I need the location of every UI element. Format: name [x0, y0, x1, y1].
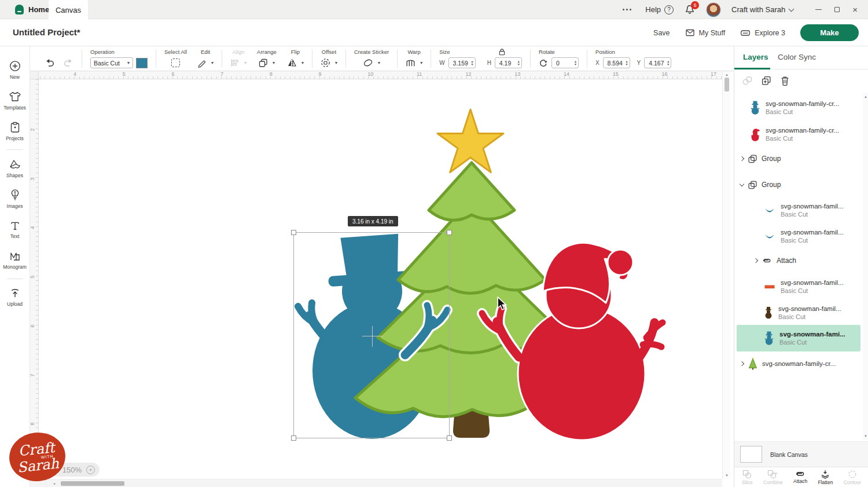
sidebar-item-shapes[interactable]: Shapes — [0, 153, 30, 184]
slice-button[interactable]: Slice — [742, 470, 752, 485]
layer-row[interactable]: svg-snowman-famil...Basic Cut — [734, 223, 862, 250]
select-all-button[interactable] — [171, 58, 180, 67]
sidebar-item-upload[interactable]: Upload — [0, 282, 30, 313]
scroll-down-icon[interactable]: ▼ — [725, 474, 729, 477]
menu-dots-icon[interactable] — [623, 9, 631, 10]
close-button[interactable]: × — [852, 5, 858, 14]
layer-row[interactable]: svg-snowman-famil...Basic Cut — [734, 273, 862, 300]
lightbulb-icon — [10, 189, 20, 201]
operation-select[interactable]: Basic Cut ▾ — [90, 57, 133, 68]
redo-button[interactable] — [63, 57, 73, 67]
resize-handle-top-left[interactable] — [291, 230, 296, 235]
sidebar-divider — [7, 149, 23, 150]
create-sticker-button[interactable] — [363, 58, 373, 68]
scroll-up-icon[interactable]: ▲ — [725, 73, 729, 76]
account-menu[interactable]: Craft with Sarah — [731, 5, 793, 14]
flip-button[interactable] — [287, 58, 297, 67]
notifications-button[interactable]: 6 — [684, 4, 696, 16]
attach-row[interactable]: Attach — [734, 251, 862, 270]
chevron-down-icon[interactable]: ▾ — [378, 60, 380, 65]
weld-icon[interactable] — [742, 76, 752, 86]
project-title[interactable]: Untitled Project* — [13, 27, 80, 37]
chevron-right-icon[interactable] — [753, 258, 758, 263]
align-button[interactable] — [230, 58, 240, 67]
make-button[interactable]: Make — [800, 24, 859, 41]
layer-row[interactable]: svg-snowman-famil...Basic Cut — [734, 299, 862, 326]
tab-color-sync[interactable]: Color Sync — [778, 53, 816, 61]
layer-color-swatch[interactable] — [136, 58, 148, 68]
sidebar-item-images[interactable]: Images — [0, 184, 30, 214]
vertical-scroll-thumb[interactable] — [724, 78, 729, 91]
undo-button[interactable] — [45, 57, 55, 67]
explore-button[interactable]: Explore 3 — [740, 28, 785, 37]
chevron-right-icon[interactable] — [740, 361, 744, 366]
resize-handle-bottom-left[interactable] — [291, 435, 296, 441]
ruler-number: 9 — [319, 71, 322, 77]
left-sidebar: New Templates Projects Shapes Images Tex… — [0, 46, 30, 487]
layer-row-selected[interactable]: svg-snowman-fami...Basic Cut — [737, 325, 860, 351]
sidebar-item-monogram[interactable]: Monogram — [0, 245, 30, 276]
canvas-vertical-scrollbar[interactable]: ▲ ▼ — [722, 71, 730, 479]
group-row[interactable]: svg-snowman-family-cr... — [734, 354, 862, 373]
sidebar-item-templates[interactable]: Templates — [0, 85, 30, 116]
layer-operation: Basic Cut — [781, 287, 844, 294]
sidebar-item-text[interactable]: Text — [0, 214, 30, 245]
horizontal-scroll-thumb[interactable] — [61, 481, 124, 486]
chevron-down-icon[interactable]: ▾ — [420, 60, 422, 65]
canvas-horizontal-scrollbar[interactable]: ◂ — [30, 479, 722, 487]
help-button[interactable]: Help ? — [645, 5, 674, 14]
group-row[interactable]: Group — [734, 175, 862, 194]
chevron-down-icon[interactable]: ▾ — [301, 60, 304, 65]
height-stepper[interactable]: 4.19 ▴▾ — [495, 57, 522, 68]
tab-home-label: Home — [28, 5, 49, 14]
duplicate-icon[interactable] — [762, 76, 771, 86]
chevron-right-icon[interactable] — [740, 156, 744, 161]
sidebar-item-new[interactable]: New — [0, 54, 30, 85]
maximize-button[interactable] — [834, 7, 840, 12]
undo-redo-group — [45, 49, 73, 69]
avatar[interactable] — [706, 2, 721, 17]
resize-handle-top-right[interactable] — [447, 230, 452, 235]
layer-row[interactable]: svg-snowman-famil...Basic Cut — [734, 197, 862, 224]
rotate-stepper[interactable]: 0 ▴▾ — [551, 57, 579, 68]
trash-icon[interactable] — [781, 76, 789, 86]
resize-handle-bottom-right[interactable] — [447, 435, 452, 441]
contour-button[interactable]: Contour — [844, 470, 861, 485]
layer-row[interactable]: svg-snowman-family-cr...Basic Cut — [734, 94, 862, 121]
layer-row[interactable]: svg-snowman-family-cr...Basic Cut — [734, 121, 862, 148]
rotate-icon[interactable] — [539, 58, 548, 68]
ruler-number: 11 — [417, 71, 422, 77]
sidebar-item-projects[interactable]: Projects — [0, 116, 30, 147]
minimize-button[interactable] — [815, 9, 822, 10]
chevron-down-icon[interactable] — [740, 181, 744, 186]
zoom-in-icon[interactable]: + — [86, 466, 95, 474]
tab-layers[interactable]: Layers — [743, 53, 768, 61]
chevron-down-icon[interactable]: ▾ — [273, 60, 275, 65]
selection-bounding-box[interactable] — [293, 232, 450, 438]
help-label: Help — [645, 5, 661, 14]
my-stuff-button[interactable]: My Stuff — [685, 28, 726, 37]
layer-operation: Basic Cut — [766, 135, 839, 142]
arrange-button[interactable] — [259, 58, 268, 68]
y-stepper[interactable]: 4.167 ▴▾ — [644, 57, 671, 68]
scroll-down-icon[interactable]: ▼ — [864, 434, 867, 438]
tab-canvas[interactable]: Canvas — [49, 0, 88, 20]
flatten-button[interactable]: Flatten — [818, 470, 833, 485]
warp-button[interactable] — [406, 58, 415, 68]
rotate-label: Rotate — [539, 49, 555, 55]
scroll-up-icon[interactable]: ▲ — [864, 95, 867, 98]
width-stepper[interactable]: 3.159 ▴▾ — [448, 57, 476, 68]
chevron-down-icon[interactable]: ▾ — [211, 60, 214, 65]
group-row[interactable]: Group — [734, 149, 862, 168]
scroll-left-icon[interactable]: ◂ — [53, 482, 55, 485]
pencil-icon[interactable] — [197, 58, 207, 68]
x-stepper[interactable]: 8.594 ▴▾ — [603, 57, 630, 68]
blank-canvas-row[interactable]: Blank Canvas — [734, 441, 868, 467]
save-button[interactable]: Save — [653, 29, 670, 37]
layers-scrollbar[interactable]: ▲ ▼ — [863, 93, 868, 440]
attach-button[interactable]: Attach — [793, 471, 807, 484]
combine-button[interactable]: Combine — [763, 470, 783, 485]
chevron-down-icon[interactable]: ▾ — [335, 60, 337, 65]
lock-icon[interactable] — [498, 48, 506, 56]
offset-button[interactable] — [321, 58, 330, 68]
